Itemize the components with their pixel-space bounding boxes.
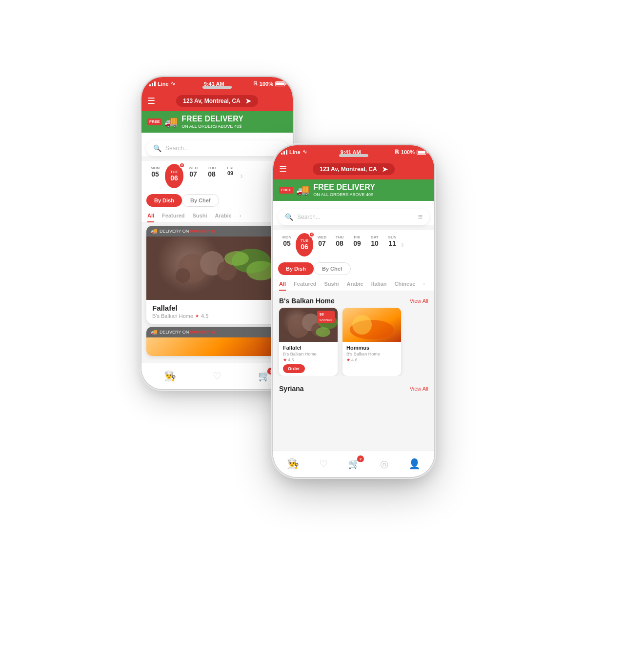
cal-day-fri-front[interactable]: FRI 09 xyxy=(348,233,366,256)
banner-text-front: FREE DELIVERY ON ALL ORDERS ABOVE 40$ xyxy=(313,182,375,198)
cat-sushi-front[interactable]: Sushi xyxy=(324,281,339,291)
heart-icon-front: ♡ xyxy=(319,458,328,470)
cat-all-back[interactable]: All xyxy=(147,213,154,222)
section-header-2: Syriana View All xyxy=(279,385,428,393)
cart-nav-front[interactable]: 🛒 2 xyxy=(348,458,360,470)
location-nav-icon-front: ◎ xyxy=(380,458,388,470)
star-icon-hommus: ★ xyxy=(346,357,350,362)
free-badge-back: FREE xyxy=(147,118,161,125)
free-badge-front: FREE xyxy=(279,187,293,194)
hommus-restaurant-front: B's Balkan Home xyxy=(346,352,397,356)
cal-day-fri-back[interactable]: FRI 09 xyxy=(221,164,239,188)
menu-icon-front[interactable]: ☰ xyxy=(279,164,287,175)
toggle-row-back: By Dish By Chef xyxy=(141,191,293,210)
falafel-star-back: ★ xyxy=(195,314,199,318)
falafel-img-front: $8SAVINGS xyxy=(279,308,338,342)
calendar-row-back: MON 05 ✕ TUE 06 WED 07 THU 08 FRI xyxy=(141,161,293,191)
banner-text-back: FREE DELIVERY ON ALL ORDERS ABOVE 40$ xyxy=(181,114,243,130)
wifi-icon-front: ∿ xyxy=(302,149,307,155)
falafel-card-front[interactable]: $8SAVINGS Fallafel xyxy=(279,308,338,376)
cal-day-thu-back[interactable]: THU 08 xyxy=(203,164,221,188)
profile-nav-front[interactable]: 👤 xyxy=(408,458,421,470)
cal-day-wed-back[interactable]: WED 07 xyxy=(184,164,202,188)
by-dish-btn-back[interactable]: By Dish xyxy=(146,194,182,207)
home-nav-front[interactable]: 👨‍🍳 xyxy=(287,458,299,470)
cart-nav-back[interactable]: 🛒 2 xyxy=(258,370,270,382)
wifi-icon-back: ∿ xyxy=(171,80,175,87)
cal-day-mon-front[interactable]: MON 05 xyxy=(278,233,296,256)
delivery-tag-1-back: 🚚 DELIVERY ON MONDAY 31 xyxy=(146,226,288,237)
cat-all-front[interactable]: All xyxy=(279,281,286,291)
cal-day-tue-front[interactable]: ✕ TUE 06 xyxy=(296,233,313,256)
food-card-large-2-back[interactable]: 🚚 DELIVERY ON MONDAY 31 xyxy=(146,327,288,356)
cat-chinese-front[interactable]: Chinese xyxy=(395,281,416,291)
bluetooth-icon-front: ℝ xyxy=(395,149,399,155)
location-nav-front[interactable]: ◎ xyxy=(380,458,388,470)
filter-icon-front[interactable]: ≡ xyxy=(418,213,423,221)
falafel-rating-back: 4.5 xyxy=(201,313,208,319)
cal-day-sun-front[interactable]: SUN 11 xyxy=(383,233,401,256)
hommus-card-front[interactable]: Hommus B's Balkan Home ★ 4.6 xyxy=(342,308,401,376)
home-nav-back[interactable]: 👨‍🍳 xyxy=(164,370,176,382)
phone-back-screen: Line ∿ 9:41 AM ℝ 100% ☰ 123 Av, Montreal… xyxy=(141,77,293,389)
truck-sm-icon-2: 🚚 xyxy=(150,329,158,335)
view-all-2[interactable]: View All xyxy=(410,386,428,392)
restaurant-2-preview: Syriana View All xyxy=(273,380,434,395)
profile-icon-front: 👤 xyxy=(408,458,421,470)
status-left-front: Line ∿ xyxy=(281,149,307,155)
search-input-front: Search... xyxy=(297,214,418,220)
cal-day-mon-back[interactable]: MON 05 xyxy=(146,164,164,188)
search-bar-back[interactable]: 🔍 Search... xyxy=(146,140,288,156)
calendar-more-back: › xyxy=(240,164,243,188)
cal-day-sat-front[interactable]: SAT 10 xyxy=(366,233,383,256)
cal-day-tue-back[interactable]: ✕ TUE 06 xyxy=(165,164,183,188)
status-right-front: ℝ 100% xyxy=(395,149,426,155)
by-chef-btn-back[interactable]: By Chef xyxy=(182,194,219,207)
category-tabs-back: All Featured Sushi Arabic › xyxy=(141,210,293,223)
favorites-nav-back[interactable]: ♡ xyxy=(213,370,221,382)
cat-featured-front[interactable]: Featured xyxy=(294,281,316,291)
falafel-restaurant-front: B's Balkan Home xyxy=(283,352,334,356)
svg-point-5 xyxy=(246,261,276,280)
delivery-tag-2-back: 🚚 DELIVERY ON MONDAY 31 xyxy=(146,327,288,337)
falafel-price-front: $8SAVINGS xyxy=(317,311,335,323)
hommus-rating-val-front: 4.6 xyxy=(351,357,358,362)
falafel-image-back xyxy=(146,237,288,300)
cal-day-wed-front[interactable]: WED 07 xyxy=(313,233,331,256)
falafel-order-btn-front[interactable]: Order xyxy=(283,364,305,373)
location-text-back: 123 Av, Montreal, CA xyxy=(183,98,241,104)
view-all-1[interactable]: View All xyxy=(410,298,428,304)
search-bar-front[interactable]: 🔍 Search... ≡ xyxy=(278,209,429,225)
phones-container: Line ∿ 9:41 AM ℝ 100% ☰ 123 Av, Montreal… xyxy=(102,58,542,594)
svg-point-3 xyxy=(176,268,190,283)
cart-badge-back: 🛒 2 xyxy=(258,370,270,382)
calendar-more-front: › xyxy=(401,233,404,256)
active-close-back: ✕ xyxy=(179,162,185,168)
nav-bar-front: ☰ 123 Av, Montreal, CA ➤ xyxy=(273,159,434,179)
location-pill-back[interactable]: 123 Av, Montreal, CA ➤ xyxy=(176,95,258,107)
falafel-rating-row-front: ★ 4.5 xyxy=(283,357,334,362)
menu-icon-back[interactable]: ☰ xyxy=(147,96,155,106)
battery-icon-back xyxy=(275,81,285,86)
favorites-nav-front[interactable]: ♡ xyxy=(319,458,328,470)
cat-arabic-front[interactable]: Arabic xyxy=(346,281,363,291)
food-card-large-1-back[interactable]: 🚚 DELIVERY ON MONDAY 31 xyxy=(146,226,288,324)
cat-featured-back[interactable]: Featured xyxy=(162,213,184,222)
truck-icon-back: 🚚 xyxy=(164,116,178,128)
food-card-2-img xyxy=(146,337,288,356)
falafel-svg-back xyxy=(146,237,288,300)
by-dish-btn-front[interactable]: By Dish xyxy=(278,262,314,275)
location-text-front: 123 Av, Montreal, CA xyxy=(320,166,377,173)
falafel-card-body-front: Fallafel B's Balkan Home ★ 4.5 Order xyxy=(279,342,338,376)
location-pill-front[interactable]: 123 Av, Montreal, CA ➤ xyxy=(313,163,395,175)
cal-day-thu-front[interactable]: THU 08 xyxy=(331,233,348,256)
cat-sushi-back[interactable]: Sushi xyxy=(193,213,207,222)
falafel-name-front: Fallafel xyxy=(283,345,334,351)
cat-arabic-back[interactable]: Arabic xyxy=(215,213,231,222)
phone-front: Line ∿ 9:41 AM ℝ 100% ☰ 123 Av, Montreal… xyxy=(273,145,434,477)
signal-icon-front xyxy=(281,150,287,155)
by-chef-btn-front[interactable]: By Chef xyxy=(314,262,351,275)
cat-italian-front[interactable]: Italian xyxy=(371,281,387,291)
chef-hat-icon-back: 👨‍🍳 xyxy=(164,370,176,382)
truck-icon-front: 🚚 xyxy=(296,184,309,197)
